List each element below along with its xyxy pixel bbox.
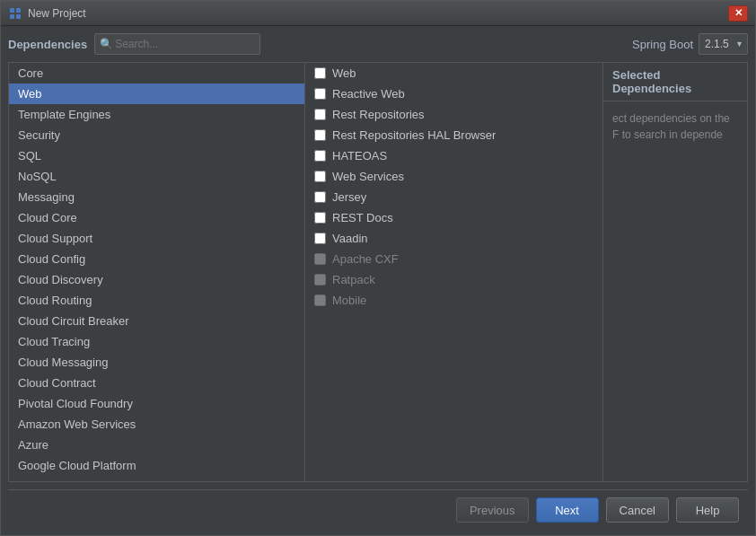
title-bar: New Project ✕ [1, 1, 755, 26]
dependency-item[interactable]: HATEOAS [305, 145, 602, 166]
svg-rect-1 [16, 8, 21, 13]
window-title: New Project [28, 7, 728, 20]
dependency-label: Mobile [332, 294, 366, 307]
dependency-item[interactable]: Web Services [305, 166, 602, 187]
dependency-label: Vaadin [332, 232, 368, 245]
right-panel: Selected Dependencies ect dependencies o… [603, 63, 747, 481]
sidebar-item[interactable]: Cloud Messaging [9, 352, 304, 373]
dependency-checkbox[interactable] [314, 109, 326, 120]
sidebar-item[interactable]: Cloud Support [9, 228, 304, 249]
sidebar-item[interactable]: SQL [9, 145, 304, 166]
search-input[interactable] [94, 33, 260, 55]
dependency-item: Ratpack [305, 269, 602, 290]
sidebar-item[interactable]: Cloud Contract [9, 373, 304, 393]
hint-line2: F to search in depende [612, 128, 723, 141]
dependency-label: Web Services [332, 170, 404, 183]
dependency-checkbox[interactable] [314, 212, 326, 224]
top-left: Dependencies 🔍 [8, 33, 260, 55]
dependencies-label: Dependencies [8, 38, 87, 51]
sidebar-item[interactable]: Cloud Circuit Breaker [9, 311, 304, 331]
svg-rect-3 [16, 14, 21, 19]
dependency-item[interactable]: Rest Repositories [305, 104, 602, 125]
bottom-bar: Previous Next Cancel Help [8, 489, 748, 528]
main-panels: CoreWebTemplate EnginesSecuritySQLNoSQLM… [8, 62, 748, 482]
dependency-checkbox [314, 253, 326, 265]
svg-rect-0 [10, 8, 14, 13]
version-select-wrapper: 2.1.5 2.1.4 2.1.3 2.0.9 [699, 33, 748, 55]
dependency-checkbox[interactable] [314, 171, 326, 182]
hint-line1: ect dependencies on the [612, 112, 730, 125]
dependency-item[interactable]: Rest Repositories HAL Browser [305, 125, 602, 145]
help-button[interactable]: Help [676, 497, 739, 523]
dependency-checkbox [314, 274, 326, 286]
dependency-label: Web [332, 66, 356, 80]
window-icon [8, 6, 22, 21]
sidebar-item[interactable]: Pivotal Cloud Foundry [9, 393, 304, 414]
sidebar-item[interactable]: Core [9, 63, 304, 83]
dependency-item[interactable]: Reactive Web [305, 83, 602, 104]
dependency-label: Reactive Web [332, 87, 405, 101]
dependency-label: Ratpack [332, 273, 375, 286]
sidebar-item[interactable]: Messaging [9, 187, 304, 207]
spring-boot-label: Spring Boot [632, 38, 693, 51]
sidebar-item[interactable]: Cloud Config [9, 249, 304, 269]
dependency-checkbox[interactable] [314, 150, 326, 162]
dependency-checkbox[interactable] [314, 233, 326, 244]
sidebar-item[interactable]: Azure [9, 435, 304, 455]
next-button[interactable]: Next [536, 497, 599, 523]
main-window: New Project ✕ Dependencies 🔍 Spring Boot… [0, 0, 756, 536]
dependency-label: HATEOAS [332, 149, 387, 163]
dependency-item: Mobile [305, 290, 602, 311]
right-panel-hint: ect dependencies on the F to search in d… [603, 101, 747, 152]
middle-panel: WebReactive WebRest RepositoriesRest Rep… [305, 63, 603, 481]
cancel-button[interactable]: Cancel [606, 497, 669, 523]
dependency-checkbox[interactable] [314, 67, 326, 79]
sidebar-item[interactable]: I/O [9, 476, 304, 481]
dependency-checkbox [314, 294, 326, 306]
dependency-checkbox[interactable] [314, 191, 326, 203]
sidebar-item[interactable]: Cloud Core [9, 207, 304, 228]
dependency-label: REST Docs [332, 211, 393, 224]
svg-rect-2 [10, 14, 14, 19]
content-area: Dependencies 🔍 Spring Boot 2.1.5 2.1.4 2… [1, 26, 755, 535]
spring-boot-version-select[interactable]: 2.1.5 2.1.4 2.1.3 2.0.9 [699, 33, 748, 55]
sidebar-item[interactable]: Cloud Discovery [9, 269, 304, 290]
top-bar: Dependencies 🔍 Spring Boot 2.1.5 2.1.4 2… [8, 33, 748, 55]
search-wrapper: 🔍 [94, 33, 260, 55]
sidebar-item[interactable]: Security [9, 125, 304, 145]
dependency-label: Rest Repositories [332, 108, 425, 121]
dependency-item[interactable]: Vaadin [305, 228, 602, 249]
top-right: Spring Boot 2.1.5 2.1.4 2.1.3 2.0.9 [632, 33, 748, 55]
sidebar-item[interactable]: NoSQL [9, 166, 304, 187]
sidebar-item[interactable]: Cloud Tracing [9, 331, 304, 352]
left-list: CoreWebTemplate EnginesSecuritySQLNoSQLM… [9, 63, 304, 481]
dependency-checkbox[interactable] [314, 129, 326, 141]
previous-button[interactable]: Previous [456, 497, 529, 523]
close-button[interactable]: ✕ [728, 5, 748, 22]
dependency-label: Apache CXF [332, 252, 399, 266]
dependency-checkbox[interactable] [314, 88, 326, 100]
dependency-label: Rest Repositories HAL Browser [332, 128, 496, 142]
sidebar-item[interactable]: Amazon Web Services [9, 414, 304, 435]
sidebar-item[interactable]: Cloud Routing [9, 290, 304, 311]
sidebar-item[interactable]: Template Engines [9, 104, 304, 125]
dependency-item[interactable]: REST Docs [305, 207, 602, 228]
dependency-item: Apache CXF [305, 249, 602, 269]
sidebar-item[interactable]: Web [9, 83, 304, 104]
left-panel: CoreWebTemplate EnginesSecuritySQLNoSQLM… [9, 63, 305, 481]
selected-dep-header: Selected Dependencies [603, 63, 747, 101]
sidebar-item[interactable]: Google Cloud Platform [9, 455, 304, 476]
dependency-item[interactable]: Jersey [305, 187, 602, 207]
dependency-label: Jersey [332, 190, 366, 204]
dependency-item[interactable]: Web [305, 63, 602, 83]
